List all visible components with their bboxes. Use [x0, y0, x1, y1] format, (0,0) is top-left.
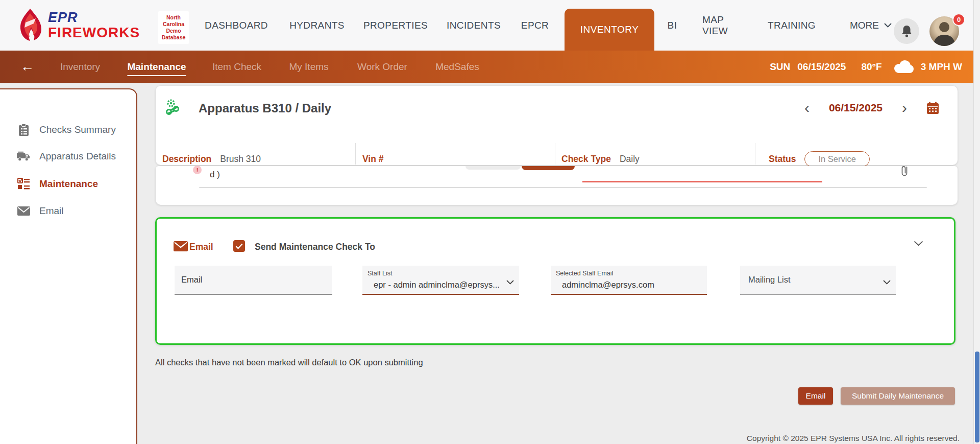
email-input[interactable]: Email	[175, 266, 332, 295]
nav-inventory-active-tab[interactable]: INVENTORY	[565, 9, 654, 51]
toggle-segment-unselected[interactable]	[465, 166, 521, 170]
wind-speed: 3 MPH W	[921, 61, 962, 73]
selected-date[interactable]: 06/15/2025	[829, 102, 883, 114]
notification-count-badge: 0	[952, 13, 965, 26]
staff-list-label: Staff List	[368, 270, 392, 277]
send-maintenance-check-label: Send Maintenance Check To	[255, 242, 375, 252]
check-type-value: Daily	[620, 154, 640, 165]
collapse-chevron-icon[interactable]	[914, 239, 923, 248]
staff-list-select[interactable]: Staff List epr - admin adminclma@eprsys.…	[362, 266, 519, 295]
cloud-icon	[892, 60, 914, 74]
send-check-checkbox[interactable]	[233, 240, 245, 252]
vin-field: Vin #	[362, 151, 393, 167]
alert-icon: !	[193, 166, 202, 174]
sidebar-item-apparatus-details[interactable]: Apparatus Details	[0, 149, 136, 164]
nav-properties[interactable]: PROPERTIES	[363, 0, 428, 51]
demo-database-badge: North Carolina Demo Database	[158, 11, 189, 44]
logo[interactable]: EPR FIREWORKS	[18, 8, 140, 42]
nav-epcr[interactable]: EPCR	[521, 0, 549, 51]
checklist-fragment-card: ! d )	[156, 166, 958, 205]
vin-label: Vin #	[362, 154, 384, 165]
sidebar-item-email[interactable]: Email	[0, 203, 136, 219]
page-title: Apparatus B310 / Daily	[199, 101, 331, 115]
nav-bi[interactable]: BI	[668, 0, 677, 51]
subnav-maintenance[interactable]: Maintenance	[127, 51, 186, 83]
maintenance-sidebar: Checks Summary Apparatus Details	[0, 88, 137, 444]
description-label: Description	[162, 154, 211, 165]
submit-daily-maintenance-button[interactable]: Submit Daily Maintenance	[841, 387, 955, 405]
attachment-paperclip-icon[interactable]	[900, 165, 910, 179]
required-field-underline	[582, 181, 822, 182]
inventory-subnav: ← Inventory Maintenance Item Check My It…	[0, 51, 973, 83]
apparatus-header-card: Apparatus B310 / Daily ‹ 06/15/2025 › De…	[156, 86, 958, 165]
nav-training[interactable]: TRAINING	[768, 0, 816, 51]
temperature: 80°F	[861, 61, 881, 73]
chevron-down-icon	[506, 277, 514, 287]
sidebar-item-label: Apparatus Details	[39, 151, 116, 162]
checklist-icon	[17, 178, 30, 190]
chevron-down-icon	[884, 23, 892, 28]
nav-map-view[interactable]: MAP VIEW	[702, 0, 735, 51]
envelope-icon	[17, 206, 30, 216]
sidebar-item-checks-summary[interactable]: Checks Summary	[0, 122, 136, 137]
nav-hydrants[interactable]: HYDRANTS	[289, 0, 345, 51]
email-section: Email Send Maintenance Check To Email St…	[155, 217, 955, 345]
nav-dashboard[interactable]: DASHBOARD	[205, 0, 268, 51]
checklist-fragment-text: d )	[210, 170, 220, 180]
apparatus-engine-icon	[165, 98, 180, 118]
status-label: Status	[769, 154, 796, 165]
prev-day-button[interactable]: ‹	[804, 100, 810, 115]
checkmark-icon	[235, 243, 243, 249]
email-section-title: Email	[189, 242, 213, 252]
subnav-work-order[interactable]: Work Order	[357, 51, 407, 83]
email-button[interactable]: Email	[798, 387, 833, 405]
divider	[355, 143, 356, 165]
notifications-button[interactable]	[894, 18, 919, 44]
divider	[755, 143, 755, 165]
copyright-text: Copyright © 2025 EPR Systems USA Inc. Al…	[747, 434, 960, 443]
logo-fireworks-text: FIREWORKS	[48, 25, 140, 41]
email-input-placeholder: Email	[175, 266, 332, 294]
current-date: 06/15/2025	[797, 61, 846, 73]
check-type-label: Check Type	[561, 154, 611, 165]
scrollbar-thumb[interactable]	[975, 352, 979, 442]
nav-more[interactable]: MORE	[850, 0, 892, 51]
divider	[555, 143, 555, 165]
description-field: Description Brush 310	[162, 151, 261, 167]
bell-icon	[901, 25, 913, 38]
status-badge[interactable]: In Service	[804, 151, 869, 167]
mailing-list-label: Mailing List	[740, 266, 896, 294]
description-value: Brush 310	[220, 154, 261, 165]
app-root: EPR FIREWORKS North Carolina Demo Databa…	[0, 0, 980, 444]
selected-staff-email-field[interactable]: Selected Staff Email adminclma@eprsys.co…	[551, 266, 707, 295]
row-divider	[199, 187, 927, 188]
chevron-down-icon	[883, 277, 891, 287]
scrollbar-track[interactable]	[973, 0, 980, 444]
subnav-medsafes[interactable]: MedSafes	[435, 51, 479, 83]
sidebar-item-label: Email	[39, 205, 64, 217]
weather-strip: SUN 06/15/2025 80°F 3 MPH W	[770, 51, 962, 83]
selected-staff-email-label: Selected Staff Email	[556, 270, 613, 277]
next-day-button[interactable]: ›	[902, 100, 907, 115]
clipboard-icon	[17, 124, 30, 136]
back-arrow-icon[interactable]: ←	[20, 51, 34, 83]
mailing-list-select[interactable]: Mailing List	[740, 266, 896, 295]
fire-truck-icon	[17, 151, 30, 161]
subnav-inventory[interactable]: Inventory	[60, 51, 100, 83]
toggle-segment-selected[interactable]	[522, 166, 575, 170]
email-envelope-icon	[174, 241, 188, 253]
check-type-field: Check Type Daily	[561, 151, 640, 167]
default-ok-note: All checks that have not been marked wil…	[155, 358, 423, 367]
subnav-my-items[interactable]: My Items	[289, 51, 328, 83]
nav-incidents[interactable]: INCIDENTS	[447, 0, 501, 51]
staff-list-value: epr - admin adminclma@eprsys...	[374, 280, 500, 290]
subnav-item-check[interactable]: Item Check	[212, 51, 261, 83]
sidebar-item-label: Maintenance	[39, 178, 98, 190]
logo-epr-text: EPR	[48, 10, 140, 26]
weekday: SUN	[770, 61, 790, 73]
sidebar-item-label: Checks Summary	[39, 124, 116, 135]
calendar-icon[interactable]	[926, 102, 939, 114]
status-field: Status In Service	[769, 151, 870, 167]
sidebar-item-maintenance[interactable]: Maintenance	[0, 176, 136, 192]
selected-staff-email-value: adminclma@eprsys.com	[562, 280, 654, 290]
